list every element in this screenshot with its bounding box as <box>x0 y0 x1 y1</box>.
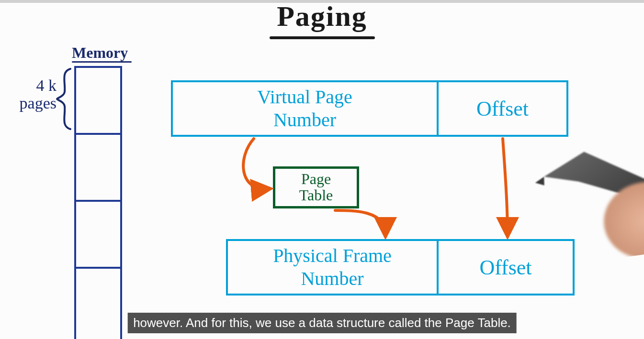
physical-frame-number-cell: Physical Frame Number <box>228 241 439 294</box>
virtual-page-number-label: Virtual Page Number <box>257 86 352 131</box>
curly-brace-icon <box>55 68 74 130</box>
page-table-label: Page Table <box>299 171 333 203</box>
physical-offset-label: Offset <box>479 255 531 280</box>
memory-page-cell <box>76 135 120 202</box>
svg-point-1 <box>599 176 644 264</box>
physical-frame-number-label: Physical Frame Number <box>273 244 392 290</box>
virtual-offset-cell: Offset <box>439 82 566 135</box>
memory-column <box>74 66 122 339</box>
arrow-pagetable-to-pfn <box>335 210 385 234</box>
caption-text: however. And for this, we use a data str… <box>133 316 511 330</box>
page-table-box: Page Table <box>273 166 359 208</box>
memory-page-cell <box>76 202 120 269</box>
title-underline <box>270 36 375 39</box>
physical-offset-cell: Offset <box>439 241 573 294</box>
page-size-text: 4 k pages <box>20 77 56 112</box>
svg-marker-0 <box>534 177 545 187</box>
virtual-offset-label: Offset <box>476 97 529 121</box>
virtual-page-number-cell: Virtual Page Number <box>173 82 439 135</box>
memory-page-cell <box>76 269 120 339</box>
diagram-title: Paging <box>277 0 367 33</box>
page-size-label: 4 k pages <box>9 77 56 112</box>
arrow-offset-to-offset <box>503 139 508 234</box>
memory-page-cell <box>76 68 120 135</box>
physical-address-box: Physical Frame Number Offset <box>226 239 575 295</box>
virtual-address-box: Virtual Page Number Offset <box>171 80 568 137</box>
memory-label: Memory <box>72 44 128 62</box>
arrow-vpn-to-pagetable <box>243 139 268 189</box>
video-caption: however. And for this, we use a data str… <box>127 313 517 333</box>
